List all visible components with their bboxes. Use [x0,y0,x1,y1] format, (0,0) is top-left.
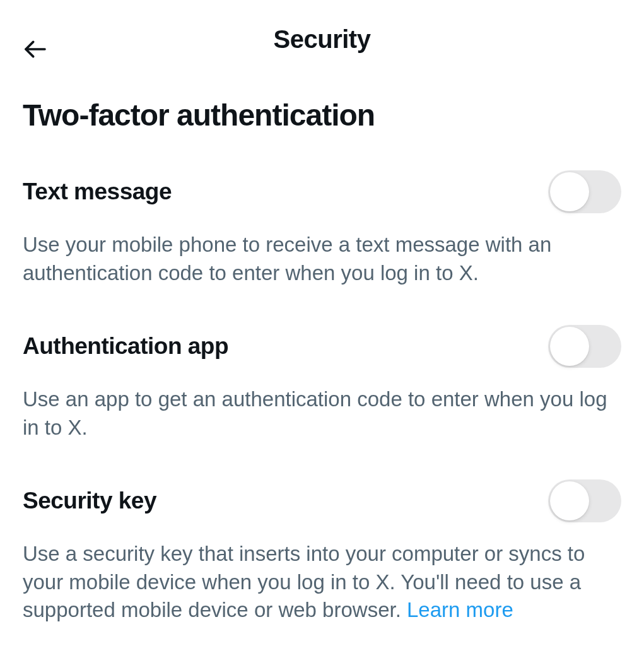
option-description-security-key: Use a security key that inserts into you… [23,540,621,625]
toggle-knob [550,172,589,211]
option-header: Security key [23,479,621,522]
toggle-security-key[interactable] [548,479,621,522]
option-title-auth-app: Authentication app [23,333,228,360]
page-title: Security [23,25,621,54]
toggle-knob [550,481,589,520]
option-text-message: Text message Use your mobile phone to re… [23,170,621,287]
toggle-auth-app[interactable] [548,325,621,368]
option-header: Text message [23,170,621,213]
option-auth-app: Authentication app Use an app to get an … [23,325,621,442]
option-title-text-message: Text message [23,179,172,205]
option-title-security-key: Security key [23,488,156,514]
two-factor-section: Two-factor authentication Text message U… [0,73,644,625]
arrow-left-icon [23,37,48,64]
toggle-knob [550,327,589,366]
toggle-text-message[interactable] [548,170,621,213]
option-description-auth-app: Use an app to get an authentication code… [23,385,621,442]
back-button[interactable] [23,37,48,64]
learn-more-link[interactable]: Learn more [407,598,513,621]
option-security-key: Security key Use a security key that ins… [23,479,621,625]
section-title: Two-factor authentication [23,98,621,132]
header: Security [0,0,644,73]
option-header: Authentication app [23,325,621,368]
option-description-text-message: Use your mobile phone to receive a text … [23,231,621,287]
